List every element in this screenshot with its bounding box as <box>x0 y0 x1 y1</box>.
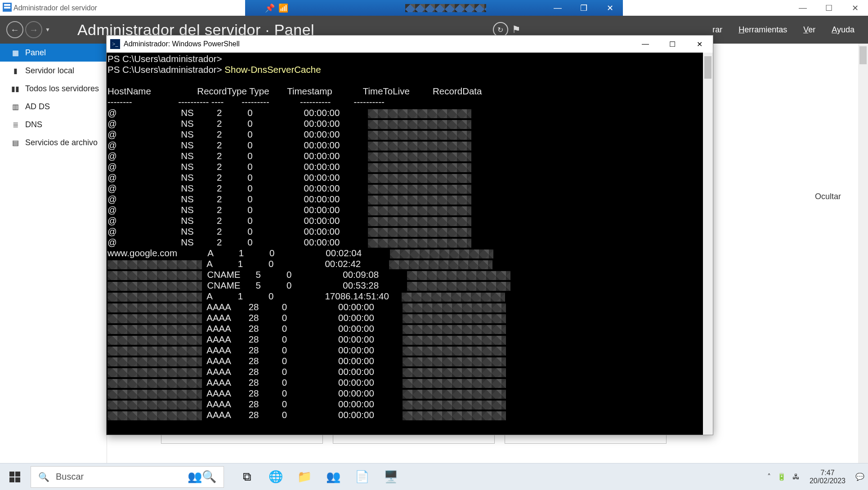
taskbar-date: 20/02/2023 <box>810 477 846 485</box>
sidebar-item-servidor-local[interactable]: ▮Servidor local <box>0 62 107 80</box>
outer-close-button[interactable]: ✕ <box>842 0 868 16</box>
ps-maximize-button[interactable]: ☐ <box>659 36 686 53</box>
rdp-connection-bar[interactable]: 📌 📶 — ❐ ✕ <box>245 0 623 16</box>
teams-icon[interactable]: 👥 <box>319 463 347 490</box>
menu-view[interactable]: Ver <box>803 25 815 35</box>
nav-forward-button[interactable]: → <box>25 21 42 38</box>
rdp-window-controls: — ❐ ✕ <box>545 0 623 16</box>
taskbar-search[interactable]: 🔍 Buscar 👥🔍 <box>31 466 224 488</box>
sidebar-item-todos-los-servidores[interactable]: ▮▮Todos los servidores <box>0 80 107 98</box>
ps-close-button[interactable]: ✕ <box>686 36 713 53</box>
svg-rect-1 <box>4 4 10 6</box>
sidebar-item-label: DNS <box>25 120 42 129</box>
search-icon: 🔍 <box>38 472 49 482</box>
rdp-restore-button[interactable]: ❐ <box>571 0 597 16</box>
sidebar-item-servicios-de-archivo[interactable]: ▤Servicios de archivo <box>0 134 107 151</box>
nav-back-button[interactable]: ← <box>6 21 23 38</box>
sidebar-item-icon: ▮ <box>11 67 20 75</box>
sidebar-item-icon: ▮▮ <box>11 85 20 93</box>
outer-window-title: Administrador del servidor <box>13 4 97 12</box>
network-icon[interactable]: 🖧 <box>792 473 800 481</box>
menu-admin[interactable]: rar <box>712 25 722 35</box>
word-icon[interactable]: 📄 <box>348 463 376 490</box>
menu-help[interactable]: Ayuda <box>832 25 855 35</box>
sidebar-item-panel[interactable]: ▦Panel <box>0 44 107 62</box>
rdp-close-button[interactable]: ✕ <box>597 0 623 16</box>
tray-overflow-button[interactable]: ˄ <box>767 472 771 481</box>
sidebar-item-ad-ds[interactable]: ▥AD DS <box>0 98 107 116</box>
system-tray: ˄ 🔋 🖧 7:47 20/02/2023 💬 <box>767 469 864 485</box>
menu-bar: rar Herramientas Ver Ayuda <box>712 25 855 35</box>
main-scrollbar[interactable] <box>858 44 868 463</box>
edge-icon[interactable]: 🌐 <box>262 463 290 490</box>
nav-buttons: ← → ▼ <box>6 21 50 38</box>
sidebar-item-label: Panel <box>25 48 46 58</box>
taskbar: 🔍 Buscar 👥🔍 ⧉ 🌐 📁 👥 📄 🖥️ ˄ 🔋 🖧 7:47 20/0… <box>0 463 868 490</box>
sidebar: ▦Panel▮Servidor local▮▮Todos los servido… <box>0 44 107 463</box>
powershell-console[interactable]: PS C:\Users\administrador> PS C:\Users\a… <box>107 53 703 435</box>
sidebar-item-icon: ▤ <box>11 138 20 147</box>
powershell-title-text: Administrador: Windows PowerShell <box>124 40 240 48</box>
svg-rect-6 <box>15 477 20 482</box>
sidebar-item-label: Servicios de archivo <box>25 138 98 147</box>
server-manager-taskbar-icon[interactable]: 🖥️ <box>377 463 405 490</box>
start-button[interactable] <box>0 463 30 490</box>
svg-rect-5 <box>9 477 14 482</box>
sidebar-item-icon: ≣ <box>11 120 20 129</box>
menu-tools[interactable]: Herramientas <box>738 25 787 35</box>
outer-minimize-button[interactable]: — <box>790 0 816 16</box>
action-center-button[interactable]: 💬 <box>855 472 864 481</box>
sidebar-item-label: Servidor local <box>25 66 74 76</box>
powershell-icon: >_ <box>110 39 120 49</box>
rdp-minimize-button[interactable]: — <box>545 0 571 16</box>
nav-history-dropdown[interactable]: ▼ <box>45 27 50 33</box>
task-view-button[interactable]: ⧉ <box>233 463 261 490</box>
explorer-icon[interactable]: 📁 <box>291 463 318 490</box>
outer-maximize-button[interactable]: ☐ <box>816 0 842 16</box>
svg-rect-2 <box>4 7 10 9</box>
ps-minimize-button[interactable]: — <box>632 36 659 53</box>
pin-icon[interactable]: 📌 <box>265 3 275 13</box>
sidebar-item-label: AD DS <box>25 102 50 111</box>
flag-icon[interactable]: ⚑ <box>512 24 521 36</box>
cortana-icon[interactable]: 👥🔍 <box>188 470 216 484</box>
powershell-titlebar[interactable]: >_ Administrador: Windows PowerShell — ☐… <box>107 36 713 53</box>
sidebar-item-icon: ▦ <box>11 49 20 57</box>
taskbar-clock[interactable]: 7:47 20/02/2023 <box>810 469 846 485</box>
taskbar-apps: ⧉ 🌐 📁 👥 📄 🖥️ <box>233 463 405 490</box>
signal-icon: 📶 <box>278 3 288 13</box>
sidebar-item-dns[interactable]: ≣DNS <box>0 116 107 134</box>
outer-window-titlebar: Administrador del servidor 📌 📶 — ❐ ✕ — ☐… <box>0 0 868 16</box>
outer-window-controls: — ☐ ✕ <box>790 0 868 16</box>
svg-rect-4 <box>15 472 20 477</box>
sidebar-item-label: Todos los servidores <box>25 84 99 94</box>
sidebar-item-icon: ▥ <box>11 102 20 111</box>
svg-rect-3 <box>9 472 14 477</box>
powershell-window: >_ Administrador: Windows PowerShell — ☐… <box>106 35 713 435</box>
search-placeholder: Buscar <box>56 472 84 482</box>
battery-icon[interactable]: 🔋 <box>777 472 786 481</box>
server-manager-icon <box>3 3 12 12</box>
rdp-host-redacted <box>405 4 486 12</box>
hide-link[interactable]: Ocultar <box>815 192 841 201</box>
taskbar-time: 7:47 <box>810 469 846 477</box>
powershell-scrollbar[interactable] <box>703 53 713 435</box>
